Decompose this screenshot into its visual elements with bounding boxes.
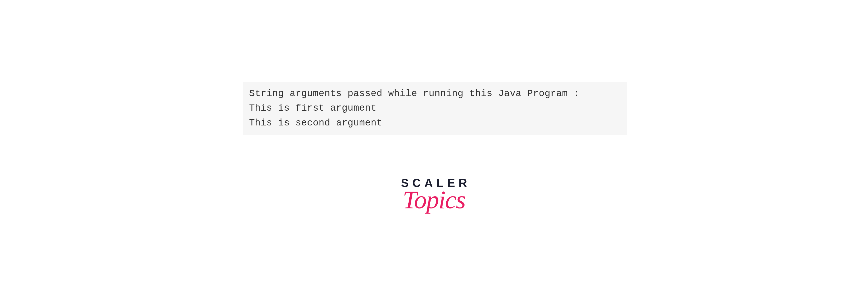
code-output-block: String arguments passed while running th…: [243, 82, 627, 135]
logo-subbrand-text: Topics: [397, 191, 471, 209]
scaler-topics-logo: SCALER Topics: [397, 177, 471, 209]
code-line-2: This is first argument: [249, 101, 621, 115]
code-line-1: String arguments passed while running th…: [249, 86, 621, 101]
code-line-3: This is second argument: [249, 116, 621, 130]
